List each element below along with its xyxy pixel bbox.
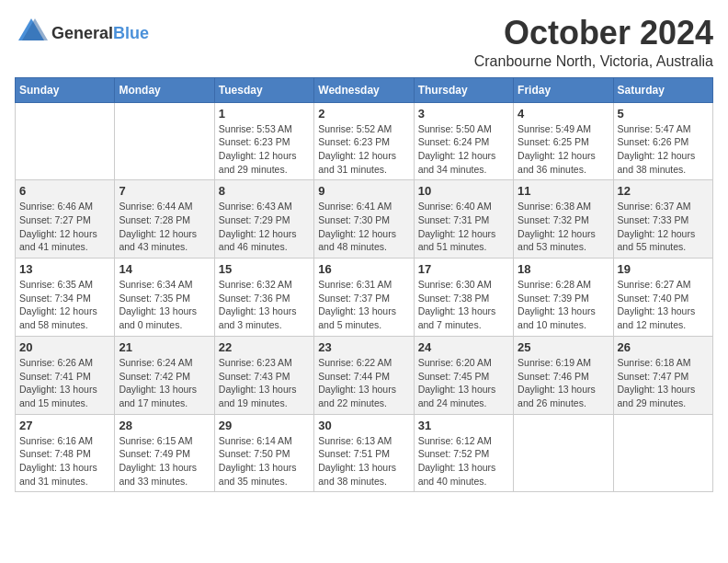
day-info: Sunrise: 6:20 AMSunset: 7:45 PMDaylight:… — [418, 356, 509, 410]
day-info: Sunrise: 6:22 AMSunset: 7:44 PMDaylight:… — [318, 356, 409, 410]
calendar-week-row: 27Sunrise: 6:16 AMSunset: 7:48 PMDayligh… — [16, 414, 713, 492]
calendar-week-row: 1Sunrise: 5:53 AMSunset: 6:23 PMDaylight… — [16, 102, 713, 180]
day-number: 10 — [418, 184, 509, 198]
calendar-cell — [115, 102, 214, 180]
day-info: Sunrise: 6:19 AMSunset: 7:46 PMDaylight:… — [518, 356, 609, 410]
calendar-cell: 10Sunrise: 6:40 AMSunset: 7:31 PMDayligh… — [414, 180, 513, 259]
day-number: 12 — [618, 184, 709, 198]
day-info: Sunrise: 6:18 AMSunset: 7:47 PMDaylight:… — [618, 356, 709, 410]
day-info: Sunrise: 6:23 AMSunset: 7:43 PMDaylight:… — [219, 356, 310, 410]
day-number: 25 — [518, 340, 609, 354]
day-number: 1 — [219, 107, 310, 121]
day-number: 20 — [19, 340, 110, 354]
calendar-cell: 25Sunrise: 6:19 AMSunset: 7:46 PMDayligh… — [514, 336, 613, 414]
calendar-cell: 24Sunrise: 6:20 AMSunset: 7:45 PMDayligh… — [414, 336, 513, 414]
day-of-week-header: Friday — [514, 77, 613, 102]
day-number: 16 — [318, 262, 409, 276]
calendar-header-row: SundayMondayTuesdayWednesdayThursdayFrid… — [16, 77, 713, 102]
calendar-cell: 31Sunrise: 6:12 AMSunset: 7:52 PMDayligh… — [414, 414, 513, 492]
logo: GeneralBlue — [15, 15, 149, 52]
day-number: 4 — [518, 107, 609, 121]
calendar-cell: 19Sunrise: 6:27 AMSunset: 7:40 PMDayligh… — [613, 259, 712, 337]
day-of-week-header: Wednesday — [314, 77, 414, 102]
day-number: 14 — [119, 262, 210, 276]
calendar-cell: 5Sunrise: 5:47 AMSunset: 6:26 PMDaylight… — [613, 102, 712, 180]
calendar-cell: 14Sunrise: 6:34 AMSunset: 7:35 PMDayligh… — [115, 259, 214, 337]
day-number: 5 — [618, 107, 709, 121]
calendar-cell: 30Sunrise: 6:13 AMSunset: 7:51 PMDayligh… — [314, 414, 414, 492]
day-number: 9 — [318, 184, 409, 198]
day-number: 15 — [219, 262, 310, 276]
day-number: 24 — [418, 340, 509, 354]
day-number: 21 — [119, 340, 210, 354]
day-number: 17 — [418, 262, 509, 276]
day-number: 26 — [618, 340, 709, 354]
calendar-cell: 2Sunrise: 5:52 AMSunset: 6:23 PMDaylight… — [314, 102, 414, 180]
day-info: Sunrise: 6:15 AMSunset: 7:49 PMDaylight:… — [119, 434, 210, 488]
calendar-table: SundayMondayTuesdayWednesdayThursdayFrid… — [15, 77, 713, 493]
day-info: Sunrise: 6:12 AMSunset: 7:52 PMDaylight:… — [418, 434, 509, 488]
month-title: October 2024 — [474, 15, 713, 52]
day-info: Sunrise: 6:41 AMSunset: 7:30 PMDaylight:… — [318, 200, 409, 254]
calendar-week-row: 6Sunrise: 6:46 AMSunset: 7:27 PMDaylight… — [16, 180, 713, 259]
day-number: 28 — [119, 419, 210, 432]
calendar-cell: 12Sunrise: 6:37 AMSunset: 7:33 PMDayligh… — [613, 180, 712, 259]
calendar-week-row: 20Sunrise: 6:26 AMSunset: 7:41 PMDayligh… — [16, 336, 713, 414]
day-info: Sunrise: 6:32 AMSunset: 7:36 PMDaylight:… — [219, 278, 310, 332]
day-info: Sunrise: 6:13 AMSunset: 7:51 PMDaylight:… — [318, 434, 409, 488]
calendar-cell: 16Sunrise: 6:31 AMSunset: 7:37 PMDayligh… — [314, 259, 414, 337]
day-number: 3 — [418, 107, 509, 121]
calendar-cell: 29Sunrise: 6:14 AMSunset: 7:50 PMDayligh… — [214, 414, 313, 492]
day-info: Sunrise: 6:30 AMSunset: 7:38 PMDaylight:… — [418, 278, 509, 332]
day-number: 27 — [19, 419, 110, 432]
day-number: 7 — [119, 184, 210, 198]
calendar-cell: 18Sunrise: 6:28 AMSunset: 7:39 PMDayligh… — [514, 259, 613, 337]
day-info: Sunrise: 5:47 AMSunset: 6:26 PMDaylight:… — [618, 122, 709, 177]
day-number: 13 — [19, 262, 110, 276]
calendar-cell: 4Sunrise: 5:49 AMSunset: 6:25 PMDaylight… — [514, 102, 613, 180]
day-info: Sunrise: 6:40 AMSunset: 7:31 PMDaylight:… — [418, 200, 509, 254]
day-number: 30 — [318, 419, 409, 432]
day-of-week-header: Saturday — [613, 77, 712, 102]
calendar-cell: 11Sunrise: 6:38 AMSunset: 7:32 PMDayligh… — [514, 180, 613, 259]
day-info: Sunrise: 6:44 AMSunset: 7:28 PMDaylight:… — [119, 200, 210, 254]
day-number: 19 — [618, 262, 709, 276]
day-info: Sunrise: 6:16 AMSunset: 7:48 PMDaylight:… — [19, 434, 110, 488]
calendar-cell — [514, 414, 613, 492]
day-of-week-header: Thursday — [414, 77, 513, 102]
day-of-week-header: Tuesday — [214, 77, 313, 102]
calendar-cell: 21Sunrise: 6:24 AMSunset: 7:42 PMDayligh… — [115, 336, 214, 414]
day-number: 29 — [219, 419, 310, 432]
day-number: 18 — [518, 262, 609, 276]
calendar-cell: 17Sunrise: 6:30 AMSunset: 7:38 PMDayligh… — [414, 259, 513, 337]
calendar-cell: 6Sunrise: 6:46 AMSunset: 7:27 PMDaylight… — [16, 180, 115, 259]
calendar-cell: 3Sunrise: 5:50 AMSunset: 6:24 PMDaylight… — [414, 102, 513, 180]
day-number: 11 — [518, 184, 609, 198]
day-of-week-header: Monday — [115, 77, 214, 102]
day-info: Sunrise: 6:26 AMSunset: 7:41 PMDaylight:… — [19, 356, 110, 410]
calendar-cell: 23Sunrise: 6:22 AMSunset: 7:44 PMDayligh… — [314, 336, 414, 414]
calendar-cell: 22Sunrise: 6:23 AMSunset: 7:43 PMDayligh… — [214, 336, 313, 414]
calendar-cell: 7Sunrise: 6:44 AMSunset: 7:28 PMDaylight… — [115, 180, 214, 259]
calendar-cell: 20Sunrise: 6:26 AMSunset: 7:41 PMDayligh… — [16, 336, 115, 414]
calendar-cell: 28Sunrise: 6:15 AMSunset: 7:49 PMDayligh… — [115, 414, 214, 492]
day-info: Sunrise: 6:14 AMSunset: 7:50 PMDaylight:… — [219, 434, 310, 488]
day-number: 31 — [418, 419, 509, 432]
calendar-cell: 1Sunrise: 5:53 AMSunset: 6:23 PMDaylight… — [214, 102, 313, 180]
logo-icon — [15, 15, 48, 52]
day-number: 22 — [219, 340, 310, 354]
day-number: 8 — [219, 184, 310, 198]
day-info: Sunrise: 5:50 AMSunset: 6:24 PMDaylight:… — [418, 122, 509, 177]
day-info: Sunrise: 6:38 AMSunset: 7:32 PMDaylight:… — [518, 200, 609, 254]
day-info: Sunrise: 6:34 AMSunset: 7:35 PMDaylight:… — [119, 278, 210, 332]
day-info: Sunrise: 5:53 AMSunset: 6:23 PMDaylight:… — [219, 122, 310, 177]
calendar-cell: 26Sunrise: 6:18 AMSunset: 7:47 PMDayligh… — [613, 336, 712, 414]
day-info: Sunrise: 6:46 AMSunset: 7:27 PMDaylight:… — [19, 200, 110, 254]
day-number: 2 — [318, 107, 409, 121]
calendar-cell — [613, 414, 712, 492]
day-number: 6 — [19, 184, 110, 198]
calendar-body: 1Sunrise: 5:53 AMSunset: 6:23 PMDaylight… — [16, 102, 713, 492]
day-info: Sunrise: 5:49 AMSunset: 6:25 PMDaylight:… — [518, 122, 609, 177]
day-number: 23 — [318, 340, 409, 354]
calendar-cell: 13Sunrise: 6:35 AMSunset: 7:34 PMDayligh… — [16, 259, 115, 337]
